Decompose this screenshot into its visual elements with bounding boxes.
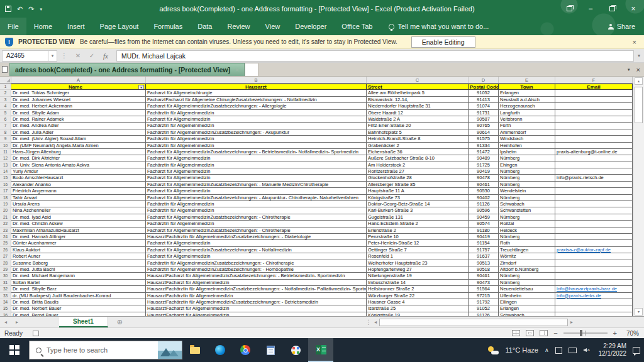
cell[interactable]: Nürnberg (499, 155, 555, 162)
cell[interactable]: Facharzt für AllgemeinmedizinZusatzbezei… (146, 149, 367, 155)
zoom-in-icon[interactable]: + (613, 329, 617, 337)
cell[interactable]: Facharzt für Allgemeinmedizin (146, 155, 367, 162)
cell[interactable]: Fachärztin für Allgemeinmedizin (146, 221, 367, 227)
ribbon-tab-developer[interactable]: Developer (287, 18, 334, 35)
cell[interactable]: Dr. med. Andrea Adler (11, 123, 146, 129)
row-number[interactable]: 33 (0, 293, 11, 299)
cell[interactable] (555, 234, 633, 240)
cell[interactable]: Äußere Sulzbacher Straße 8-10 (367, 155, 469, 162)
cell[interactable]: Würzburger Straße 22 (367, 293, 469, 299)
cell[interactable]: 90513 (469, 260, 499, 266)
cell[interactable]: 90614 (469, 129, 499, 136)
cell[interactable]: Dr. med. Norbert Bauer (11, 305, 146, 312)
cell[interactable]: Hausner Gasse 4 (367, 299, 469, 305)
cell[interactable]: Fachärztin für Allgemeinmedizin (146, 123, 367, 129)
ribbon-tab-insert[interactable]: Insert (60, 18, 92, 35)
hidden-icons-chevron[interactable]: ∧ (545, 347, 549, 353)
cell[interactable]: 91180 (469, 228, 499, 234)
cell[interactable] (555, 116, 633, 123)
action-center-icon[interactable] (633, 347, 640, 354)
cell[interactable] (555, 228, 633, 234)
hscroll-left-icon[interactable]: ◂ (372, 319, 379, 325)
horizontal-scroll-thumb[interactable] (380, 320, 565, 325)
cell[interactable]: 91074 (469, 103, 499, 109)
row-number[interactable]: 25 (0, 240, 11, 246)
cell[interactable]: 90478 (469, 175, 499, 181)
cell[interactable]: Friedrich Angermann (11, 188, 146, 194)
row-number[interactable]: 12 (0, 155, 11, 162)
cell[interactable]: info@hausarztpraxis-barz.de (555, 286, 633, 292)
taskbar-edge-icon[interactable] (208, 338, 233, 362)
add-sheet-icon[interactable]: ⊕ (108, 318, 131, 326)
weather-text[interactable]: 11°C Haze (505, 346, 538, 354)
row-number[interactable]: 26 (0, 247, 11, 253)
cell[interactable]: Dr. med. Johannes Wiesnet (11, 97, 146, 103)
cell[interactable]: Facharzt für Allgemeinmedizin (146, 240, 367, 246)
row-number[interactable]: 35 (0, 305, 11, 312)
cell[interactable]: Soltan Bartel (11, 280, 146, 286)
cell[interactable]: Dr. med. Herbert Ackermann (11, 103, 146, 109)
cell[interactable]: 91792 (469, 299, 499, 305)
cell[interactable]: Dr. med. (Univ. Algier) Souad Ailam (11, 136, 146, 142)
row-number[interactable]: 5 (0, 110, 11, 116)
cell[interactable]: Nürnberg (499, 273, 555, 279)
cell[interactable]: Erlangen (499, 305, 555, 312)
cell[interactable]: Dr. med. Tobias Schmieger (11, 90, 146, 96)
row-number[interactable]: 8 (0, 129, 11, 136)
scroll-down-icon[interactable]: ▾ (635, 308, 643, 315)
cell[interactable]: Ipsheim (499, 149, 555, 155)
ribbon-tab-file[interactable]: File (0, 18, 26, 35)
page-break-view-icon[interactable] (540, 330, 548, 336)
select-all-corner[interactable] (0, 77, 11, 83)
cell[interactable] (555, 266, 633, 273)
cell[interactable]: Facharzt für AllgemeinmedizinZusatzbezei… (146, 182, 367, 188)
row-number[interactable]: 9 (0, 136, 11, 142)
cell[interactable]: Uffenheim (499, 293, 555, 299)
cell[interactable] (555, 260, 633, 266)
tablet-icon[interactable] (555, 347, 562, 354)
cell[interactable]: Nürnberg (499, 280, 555, 286)
macro-record-icon[interactable] (33, 331, 39, 336)
row-number[interactable]: 23 (0, 228, 11, 234)
cell[interactable]: Heideck (499, 228, 555, 234)
cell[interactable]: Schwanstetten (499, 207, 555, 214)
cell[interactable]: Dr. (UMF Neumarkt) Angela-Maria Almen (11, 143, 146, 149)
insert-function-icon[interactable]: fx (99, 52, 113, 60)
cell[interactable]: Zirndorf (499, 260, 555, 266)
vertical-scroll-thumb[interactable] (635, 87, 643, 123)
cell[interactable]: Fachärztin für Allgemeinmedizin (146, 136, 367, 142)
cell[interactable]: Bodo AmschlerHausarzt (11, 175, 146, 181)
cell[interactable] (555, 97, 633, 103)
ribbon-display-options-icon[interactable] (558, 0, 580, 18)
cell[interactable]: Heilsbronner Straße 2 (367, 286, 469, 292)
taskbar-excel-icon[interactable]: X (308, 338, 333, 362)
row-number[interactable]: 24 (0, 234, 11, 240)
cell[interactable]: Imbuschstraße 14 (367, 280, 469, 286)
document-tab[interactable]: adress book(Completed) - one Address for… (9, 63, 245, 76)
cell[interactable]: Maximilian AthanazulisHausarzt (11, 228, 146, 234)
cell[interactable]: Fachärztin für AllgemeinmedizinZusatzbez… (146, 260, 367, 266)
tab-list-dropdown-icon[interactable]: ▾ (628, 67, 630, 72)
cell[interactable]: Hauptstraße 11 A (367, 188, 469, 194)
cell[interactable]: HausarztFachärztin für AllgemeinmedizinZ… (146, 299, 367, 305)
cell[interactable]: 90419 (469, 234, 499, 240)
cell[interactable] (555, 188, 633, 194)
column-header-c[interactable]: C (367, 77, 469, 83)
cell[interactable]: Dr. med. Jutta Bachl (11, 266, 146, 273)
cell[interactable]: 90489 (469, 155, 499, 162)
cell[interactable] (555, 299, 633, 305)
cell[interactable]: 91334 (469, 143, 499, 149)
cell[interactable]: 90419 (469, 168, 499, 175)
cell[interactable]: Peter-Henlein-Straße 12 (367, 240, 469, 246)
cell[interactable]: Fachärztin für Allgemeinmedizin (146, 110, 367, 116)
taskbar-paint-icon[interactable] (283, 338, 308, 362)
row-number[interactable]: 32 (0, 286, 11, 292)
cell[interactable]: Dr. med. Britta Baudis (11, 299, 146, 305)
row-number[interactable]: 30 (0, 273, 11, 279)
cell[interactable]: info@praxis-rietsch.de (555, 175, 633, 181)
cell[interactable]: 90461 (469, 182, 499, 188)
cell[interactable]: Facharzt für AllgemeinmedizinZusatzbezei… (146, 247, 367, 253)
cell[interactable]: HausarztFacharzt für Allgemeinmedizin (146, 305, 367, 312)
cell[interactable] (555, 253, 633, 260)
cell[interactable]: Nürnberg (499, 234, 555, 240)
